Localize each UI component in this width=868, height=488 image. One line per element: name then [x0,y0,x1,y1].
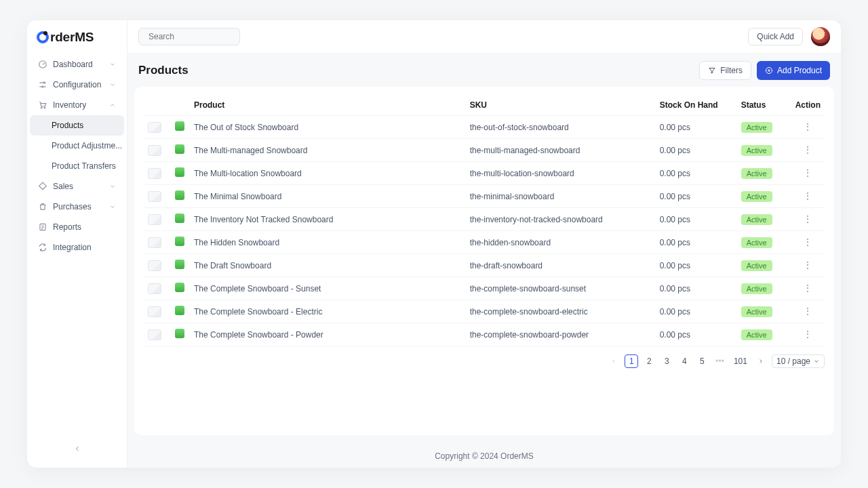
shopify-flag-icon [175,306,184,315]
shopify-flag-icon [175,144,184,154]
add-product-label: Add Product [777,66,822,75]
add-product-button[interactable]: Add Product [757,61,830,80]
sidebar-sub-adjustments[interactable]: Product Adjustme... [30,136,124,156]
chevron-left-icon [610,358,617,365]
status-badge: Active [741,214,772,225]
report-icon [38,222,47,232]
sidebar-sub-transfers[interactable]: Product Transfers [30,156,124,176]
shopify-flag-icon [175,167,184,177]
sidebar-sub-products[interactable]: Products [30,115,124,136]
cell-sku: the-out-of-stock-snowboard [466,116,656,139]
table-row[interactable]: The Draft Snowboard the-draft-snowboard … [144,254,825,277]
sidebar-item-sales[interactable]: Sales [30,176,124,197]
svg-point-1 [43,82,45,83]
search-input[interactable] [149,32,250,41]
row-menu-button[interactable]: ⋮ [803,260,812,270]
status-badge: Active [741,237,772,248]
th-action: Action [791,95,825,116]
status-badge: Active [741,191,772,202]
shopify-flag-icon [175,121,184,131]
cell-sku: the-complete-snowboard-electric [466,300,656,323]
cell-stock: 0.00 pcs [656,231,737,254]
cell-product: The Hidden Snowboard [190,231,466,254]
chevron-right-icon [757,358,764,365]
image-placeholder-icon [148,214,161,225]
plus-circle-icon [765,66,773,75]
cell-stock: 0.00 pcs [656,116,737,139]
th-status: Status [737,95,791,116]
image-placeholder-icon [148,283,161,294]
page-3[interactable]: 3 [660,354,673,368]
table-row[interactable]: The Out of Stock Snowboard the-out-of-st… [144,116,825,139]
brand-name: rderMS [50,30,94,45]
sidebar-item-integration[interactable]: Integration [30,237,124,258]
brand-logo[interactable]: rderMS [27,20,127,52]
sliders-icon [38,80,47,89]
bag-icon [38,202,47,211]
page-1[interactable]: 1 [625,354,638,368]
sidebar: rderMS Dashboard Configuration [27,20,127,468]
page-5[interactable]: 5 [695,354,709,368]
search-input-wrap[interactable] [138,28,240,45]
page-title: Products [138,64,189,77]
row-menu-button[interactable]: ⋮ [803,144,812,155]
cell-product: The Complete Snowboard - Electric [190,300,466,323]
cell-product: The Draft Snowboard [190,254,466,277]
shopify-flag-icon [175,190,184,200]
table-row[interactable]: The Complete Snowboard - Sunset the-comp… [144,277,825,300]
chevron-up-icon [109,102,116,108]
chevron-down-icon [109,183,116,190]
row-menu-button[interactable]: ⋮ [803,237,812,247]
cell-product: The Multi-location Snowboard [190,162,466,185]
filter-icon [708,66,716,75]
sidebar-item-inventory[interactable]: Inventory [30,95,124,115]
table-row[interactable]: The Multi-location Snowboard the-multi-l… [144,162,825,185]
svg-point-2 [42,86,43,87]
image-placeholder-icon [148,168,161,179]
filters-button[interactable]: Filters [699,61,751,80]
row-menu-button[interactable]: ⋮ [803,214,812,224]
quick-add-button[interactable]: Quick Add [748,28,803,45]
sidebar-item-configuration[interactable]: Configuration [30,75,124,95]
sidebar-item-dashboard[interactable]: Dashboard [30,54,124,75]
sidebar-item-label: Sales [53,182,73,191]
sidebar-collapse-button[interactable] [69,441,85,457]
cell-stock: 0.00 pcs [656,323,737,346]
row-menu-button[interactable]: ⋮ [803,329,812,340]
cell-stock: 0.00 pcs [656,162,737,185]
table-row[interactable]: The Complete Snowboard - Powder the-comp… [144,323,825,346]
cell-sku: the-draft-snowboard [466,254,656,277]
page-4[interactable]: 4 [677,354,691,368]
cell-sku: the-minimal-snowboard [466,185,656,208]
table-row[interactable]: The Minimal Snowboard the-minimal-snowbo… [144,185,825,208]
sidebar-item-label: Dashboard [53,60,93,69]
th-sku: SKU [466,95,656,116]
filters-label: Filters [720,66,743,75]
row-menu-button[interactable]: ⋮ [803,167,812,178]
row-menu-button[interactable]: ⋮ [803,190,812,201]
image-placeholder-icon [148,306,161,317]
table-row[interactable]: The Multi-managed Snowboard the-multi-ma… [144,139,825,162]
page-size-select[interactable]: 10 / page [772,354,825,368]
image-placeholder-icon [148,191,161,202]
svg-point-4 [44,107,45,108]
table-row[interactable]: The Hidden Snowboard the-hidden-snowboar… [144,231,825,254]
sidebar-item-purchases[interactable]: Purchases [30,197,124,217]
row-menu-button[interactable]: ⋮ [803,306,812,317]
avatar[interactable] [811,27,830,46]
sidebar-footer [27,435,127,462]
page-2[interactable]: 2 [642,354,656,368]
page-prev[interactable] [607,354,620,368]
table-row[interactable]: The Inventory Not Tracked Snowboard the-… [144,208,825,231]
page-next[interactable] [754,354,768,368]
image-placeholder-icon [148,237,161,248]
table-row[interactable]: The Complete Snowboard - Electric the-co… [144,300,825,323]
page-size-label: 10 / page [776,357,810,366]
row-menu-button[interactable]: ⋮ [803,283,812,293]
cell-sku: the-inventory-not-tracked-snowboard [466,208,656,231]
row-menu-button[interactable]: ⋮ [803,121,812,132]
page-last[interactable]: 101 [731,354,750,368]
content: Products Filters Add Product [127,53,841,468]
page-ellipsis[interactable]: ••• [713,354,727,368]
sidebar-item-reports[interactable]: Reports [30,217,124,237]
